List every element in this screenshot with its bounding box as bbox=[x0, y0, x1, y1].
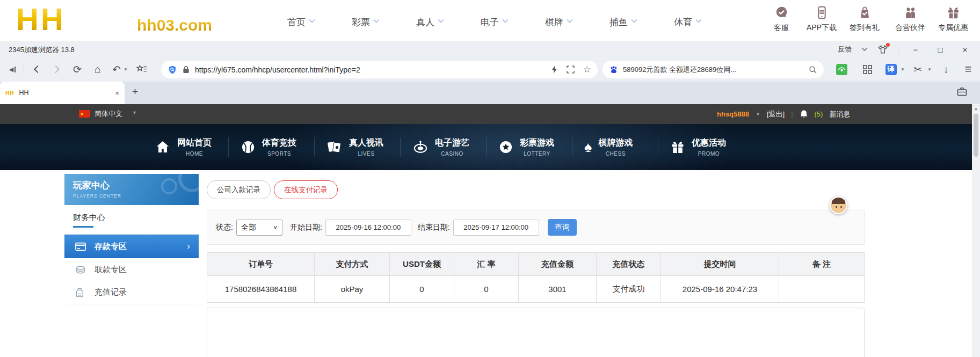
nav-home[interactable]: 网站首页HOME bbox=[155, 124, 212, 170]
skin-theme-icon[interactable] bbox=[877, 44, 888, 55]
scroll-up-icon[interactable]: ▲ bbox=[972, 106, 980, 111]
start-date-input[interactable] bbox=[325, 220, 411, 236]
sidebar-item-deposit[interactable]: 存款专区 › bbox=[64, 235, 199, 258]
sidebar-item-withdraw[interactable]: 取款专区 bbox=[64, 258, 199, 282]
banner-nav-fishing[interactable]: 捕鱼 bbox=[601, 16, 644, 28]
shield-icon[interactable] bbox=[168, 65, 177, 75]
site-logo-domain[interactable]: hh03.com bbox=[137, 16, 212, 34]
quick-link-label: APP下载 bbox=[797, 23, 846, 33]
scrollbar-thumb[interactable] bbox=[974, 114, 978, 157]
nav-label-en: SPORTS bbox=[262, 151, 296, 157]
nav-promo[interactable]: 优惠活动PROMO bbox=[670, 124, 726, 170]
site-banner: HH hh03.com 首页 彩票 真人 电子 棋牌 捕鱼 体育 客服 APP … bbox=[0, 0, 980, 42]
back-icon[interactable] bbox=[30, 57, 43, 82]
forward-icon[interactable] bbox=[50, 57, 64, 82]
banner-nav-chess[interactable]: 棋牌 bbox=[537, 16, 580, 28]
translate-icon[interactable]: 译 bbox=[883, 57, 899, 82]
query-button[interactable]: 查询 bbox=[548, 219, 577, 236]
records-table: 订单号 支付方式 USDT金额 汇 率 充值金额 充值状态 提交时间 备 注 1… bbox=[207, 252, 865, 303]
url-text[interactable]: https://yl675.com/hhcp/usercenter.html?i… bbox=[195, 65, 551, 74]
apps-grid-icon[interactable] bbox=[859, 57, 875, 82]
session-restore-icon[interactable]: ◀ bbox=[5, 57, 19, 82]
scissors-icon[interactable]: ✂ bbox=[911, 57, 924, 82]
tab-hh[interactable]: HH HH × bbox=[0, 82, 125, 104]
page-content: 玩家中心 PLAYERS CENTER 财务中心 存款专区 › 取款专区 充值记… bbox=[0, 170, 980, 357]
nav-live[interactable]: 真人视讯LIVES bbox=[326, 124, 383, 170]
username[interactable]: hhsq5888 bbox=[717, 110, 749, 118]
quick-link-signin-gift[interactable]: 签到有礼 bbox=[840, 4, 889, 33]
tab-title: HH bbox=[19, 89, 115, 97]
search-icon[interactable] bbox=[809, 65, 817, 74]
cell-exchange-rate: 0 bbox=[454, 276, 519, 302]
language-caret-icon[interactable]: ▼ bbox=[132, 110, 137, 115]
chevron-down-icon bbox=[438, 17, 444, 23]
cell-recharge-status: 支付成功 bbox=[597, 276, 661, 302]
banner-nav-label: 首页 bbox=[287, 17, 306, 27]
nav-lottery[interactable]: 彩票游戏LOTTERY bbox=[498, 124, 554, 170]
screenshot-icon[interactable] bbox=[567, 65, 575, 74]
customer-service-avatar[interactable] bbox=[830, 196, 847, 214]
scissors-caret-icon[interactable]: ▾ bbox=[927, 57, 932, 82]
sidebar-item-recharge-records[interactable]: 充值记录 bbox=[64, 281, 199, 304]
avatar-eye bbox=[840, 206, 842, 208]
nav-label-zh: 优惠活动 bbox=[692, 137, 726, 149]
spade-nav-icon: ♠ bbox=[584, 139, 592, 156]
banner-nav-live[interactable]: 真人 bbox=[408, 16, 451, 28]
translate-caret-icon[interactable]: ▾ bbox=[900, 57, 905, 82]
nav-label-zh: 体育竞技 bbox=[262, 137, 296, 149]
nav-label-zh: 彩票游戏 bbox=[520, 137, 554, 149]
col-payment-method: 支付方式 bbox=[315, 253, 390, 275]
site-logo[interactable]: HH bbox=[16, 1, 66, 37]
tab-online-payment-records[interactable]: 在线支付记录 bbox=[274, 180, 338, 199]
lightning-icon[interactable] bbox=[551, 65, 558, 74]
url-bar[interactable]: https://yl675.com/hhcp/usercenter.html?i… bbox=[161, 61, 598, 78]
tab-company-deposit-records[interactable]: 公司入款记录 bbox=[207, 180, 271, 199]
banner-nav-slots[interactable]: 电子 bbox=[473, 16, 516, 28]
feedback-button[interactable]: 反馈 bbox=[838, 45, 852, 54]
favorite-star-icon[interactable]: ☆ bbox=[583, 65, 591, 74]
menu-icon[interactable]: ≡ bbox=[961, 57, 975, 82]
browser-titlebar: 2345加速浏览器 13.8 反馈 − □ × bbox=[0, 42, 980, 57]
nav-casino[interactable]: 电子游艺CASINO bbox=[412, 124, 469, 170]
reload-icon[interactable]: ⟳ bbox=[70, 57, 84, 82]
nav-sports[interactable]: 体育竞技SPORTS bbox=[241, 124, 296, 170]
divider bbox=[486, 137, 487, 157]
eye-protection-icon[interactable] bbox=[833, 57, 850, 82]
status-select[interactable]: 全部 ∨ bbox=[236, 220, 282, 236]
language-selector[interactable]: 简体中文 bbox=[95, 109, 122, 119]
quick-link-app-download[interactable]: APP APP下载 bbox=[797, 4, 846, 33]
logout-button[interactable]: [退出] bbox=[767, 110, 785, 119]
download-icon[interactable]: ↓ bbox=[939, 57, 953, 82]
messages-link[interactable]: 新消息 bbox=[829, 110, 850, 119]
search-text[interactable]: 589092元善款 全额退还28689位网... bbox=[623, 65, 809, 75]
chevron-down-icon bbox=[373, 17, 379, 23]
nav-chess[interactable]: ♠ 棋牌游戏CHESS bbox=[584, 124, 633, 170]
search-box[interactable]: 589092元善款 全额退还28689位网... bbox=[602, 61, 824, 78]
bookmarks-icon[interactable] bbox=[134, 57, 149, 82]
favicon: HH bbox=[5, 90, 14, 96]
bell-icon[interactable] bbox=[800, 110, 808, 119]
nav-label-zh: 棋牌游戏 bbox=[598, 137, 633, 149]
feedback-caret-icon[interactable] bbox=[861, 47, 868, 52]
new-tab-button[interactable]: + bbox=[132, 86, 138, 98]
minimize-button[interactable]: − bbox=[908, 45, 923, 54]
page-scrollbar[interactable]: ▲ bbox=[972, 104, 980, 357]
baidu-paw-icon bbox=[609, 65, 619, 75]
end-date-input[interactable] bbox=[453, 220, 539, 236]
message-count[interactable]: (5) bbox=[815, 110, 823, 118]
banner-nav-home[interactable]: 首页 bbox=[279, 16, 322, 28]
maximize-button[interactable]: □ bbox=[933, 45, 948, 54]
quick-link-exclusive-offer[interactable]: 专属优惠 bbox=[929, 4, 977, 33]
banner-nav-sports[interactable]: 体育 bbox=[666, 16, 709, 28]
username-caret-icon[interactable]: ▼ bbox=[756, 112, 760, 117]
partner-icon bbox=[886, 5, 934, 21]
undo-icon[interactable]: ↶ bbox=[110, 57, 123, 82]
deposit-icon bbox=[75, 242, 87, 251]
undo-caret-icon[interactable]: ▾ bbox=[123, 57, 128, 82]
tab-close-icon[interactable]: × bbox=[115, 89, 119, 97]
close-button[interactable]: × bbox=[957, 45, 972, 54]
home-icon[interactable]: ⌂ bbox=[91, 57, 105, 82]
quick-link-partner[interactable]: 合营伙伴 bbox=[886, 4, 934, 33]
workspace-icon[interactable] bbox=[957, 87, 967, 96]
banner-nav-lottery[interactable]: 彩票 bbox=[344, 16, 387, 28]
